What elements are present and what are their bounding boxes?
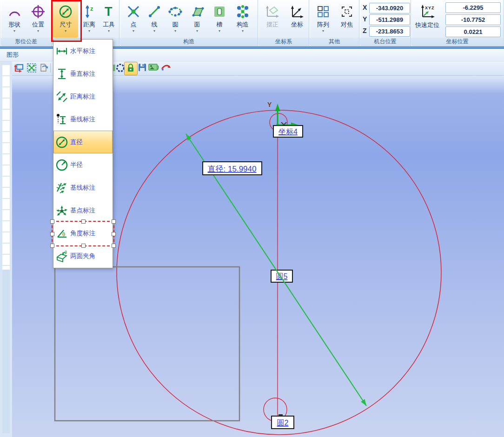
svg-text:XYZ: XYZ xyxy=(425,6,435,10)
circle5-label[interactable]: 圆5 xyxy=(271,270,292,282)
construct-cluster-icon xyxy=(236,2,250,21)
plane-button[interactable]: 面 ▾ xyxy=(187,0,207,38)
dimension-button[interactable]: 尺寸 ▾ xyxy=(53,0,78,38)
tools-t-icon: T xyxy=(103,2,115,21)
scene-view-icon[interactable] xyxy=(148,63,159,73)
svg-text:θ: θ xyxy=(62,232,65,237)
tools-label: 工具 xyxy=(103,21,115,28)
chevron-down-icon: ▾ xyxy=(196,29,198,33)
focus-button[interactable]: 对焦 xyxy=(336,0,358,38)
focus-bracket-icon xyxy=(339,2,354,21)
coord-value-3[interactable]: 0.0221 xyxy=(445,26,501,37)
plane-icon xyxy=(190,2,205,21)
chevron-down-icon: ▾ xyxy=(88,29,90,33)
svg-text:直径: 15.9940: 直径: 15.9940 xyxy=(208,165,257,173)
group-label-other: 其他 xyxy=(310,38,359,46)
chevron-down-icon: ▾ xyxy=(174,29,176,33)
chevron-down-icon: ▾ xyxy=(37,29,39,33)
lock-icon[interactable] xyxy=(126,63,136,73)
machine-y-value[interactable]: -511.2989 xyxy=(369,14,410,25)
left-dock-panel xyxy=(2,270,10,433)
coordinate-button[interactable]: 坐标 xyxy=(286,0,308,38)
arc-shape-icon xyxy=(7,2,21,21)
menu-item-perpendicular-dimension[interactable]: 垂线标注 xyxy=(53,108,113,131)
position-button[interactable]: 位置 ▾ xyxy=(27,0,49,38)
svg-text:θ: θ xyxy=(65,250,67,255)
machine-z-value[interactable]: -231.8653 xyxy=(369,26,410,37)
group-label-coordsys: 坐标系 xyxy=(259,38,309,46)
align-button[interactable]: 摆正 xyxy=(260,0,285,38)
line-button[interactable]: 线 ▾ xyxy=(145,0,164,38)
toolbar-separator xyxy=(50,63,51,73)
position-target-icon xyxy=(31,2,45,21)
point-icon xyxy=(126,2,140,21)
flip-page-icon[interactable] xyxy=(39,63,49,73)
menu-item-diameter[interactable]: 直径 xyxy=(53,131,113,153)
coord4-label[interactable]: 坐标4 xyxy=(273,126,303,137)
distance-button[interactable]: z 距离 ▾ xyxy=(79,0,99,38)
slot-label: 槽 xyxy=(217,21,223,28)
ribbon-group-form-tolerance: 形状 ▾ 位置 ▾ 形位公差 xyxy=(1,0,52,46)
group-label-coord-position: 坐标位置 xyxy=(411,38,503,46)
chevron-down-icon: ▾ xyxy=(108,29,110,33)
angle-dimension-icon: θ xyxy=(53,227,70,239)
focus-label: 对焦 xyxy=(341,21,353,28)
line-label: 线 xyxy=(152,21,158,28)
perpendicular-dimension-icon xyxy=(53,113,70,126)
coord-value-1[interactable]: -6.2295 xyxy=(445,2,501,13)
svg-text:圆2: 圆2 xyxy=(277,419,289,427)
redo-arrow-icon[interactable] xyxy=(160,63,171,73)
construct-button[interactable]: 构造 ▾ xyxy=(232,0,254,38)
circle-button[interactable]: 圆 ▾ xyxy=(166,0,185,38)
array-grid-icon xyxy=(317,2,330,21)
menu-item-dihedral-angle[interactable]: θ 两面夹角 xyxy=(53,245,113,267)
radius-icon xyxy=(53,159,70,171)
chevron-down-icon: ▾ xyxy=(242,29,244,33)
menu-item-baseline-dimension[interactable]: 基线标注 xyxy=(53,176,113,199)
menu-item-horizontal-dimension[interactable]: 水平标注 xyxy=(53,40,113,62)
quick-locate-button[interactable]: XYZ 快速定位 xyxy=(414,0,444,38)
left-dock-strip[interactable] xyxy=(0,61,12,437)
ribbon-group-coordsys: 摆正 坐标 坐标系 xyxy=(259,0,309,46)
menu-item-basepoint-dimension[interactable]: 基点标注 xyxy=(53,199,113,222)
zoom-fit-icon[interactable] xyxy=(27,63,37,73)
quick-locate-label: 快速定位 xyxy=(415,21,439,29)
tab-graphics[interactable]: 图形 xyxy=(7,51,19,59)
construct-label: 构造 xyxy=(237,21,249,28)
svg-text:坐标4: 坐标4 xyxy=(278,128,298,136)
distance-label: 距离 xyxy=(83,21,95,28)
array-label: 阵列 xyxy=(317,21,329,28)
pan-view-icon[interactable] xyxy=(14,63,24,73)
slot-button[interactable]: 槽 ▾ xyxy=(209,0,230,38)
circle-icon xyxy=(168,2,183,21)
save-icon[interactable] xyxy=(138,63,148,73)
chevron-down-icon: ▾ xyxy=(322,29,324,33)
array-button[interactable]: 阵列 ▾ xyxy=(312,0,334,38)
diameter-icon xyxy=(53,136,70,148)
group-label-construct: 构造 xyxy=(120,38,258,46)
distance-dimension-icon xyxy=(53,91,70,103)
point-label: 点 xyxy=(131,21,137,28)
position-label: 位置 xyxy=(32,21,44,28)
horizontal-dimension-icon xyxy=(53,45,70,57)
point-button[interactable]: 点 ▾ xyxy=(124,0,143,38)
chevron-down-icon: ▾ xyxy=(13,29,15,33)
shape-button[interactable]: 形状 ▾ xyxy=(4,0,25,38)
menu-item-angle-dimension[interactable]: θ 角度标注 xyxy=(53,222,113,245)
diameter-value-label[interactable]: 直径: 15.9940 xyxy=(203,162,262,175)
svg-text:T: T xyxy=(105,5,113,19)
plane-label: 面 xyxy=(194,21,200,28)
chevron-down-icon: ▾ xyxy=(153,29,155,33)
menu-item-distance-dimension[interactable]: 距离标注 xyxy=(53,85,113,108)
diameter-dimension-icon xyxy=(59,2,73,21)
chevron-down-icon: ▾ xyxy=(65,29,66,33)
distance-z-icon: z xyxy=(83,2,96,21)
menu-item-vertical-dimension[interactable]: 垂直标注 xyxy=(53,62,113,85)
shape-label: 形状 xyxy=(8,21,20,28)
circle2-label[interactable]: 圆2 xyxy=(272,414,294,429)
group-label-machine-position: 机台位置 xyxy=(360,38,411,46)
tools-button[interactable]: T 工具 ▾ xyxy=(99,0,118,38)
machine-x-value[interactable]: -343.0920 xyxy=(369,3,410,13)
coord-value-2[interactable]: -10.7752 xyxy=(445,14,501,25)
menu-item-radius[interactable]: 半径 xyxy=(53,153,113,176)
